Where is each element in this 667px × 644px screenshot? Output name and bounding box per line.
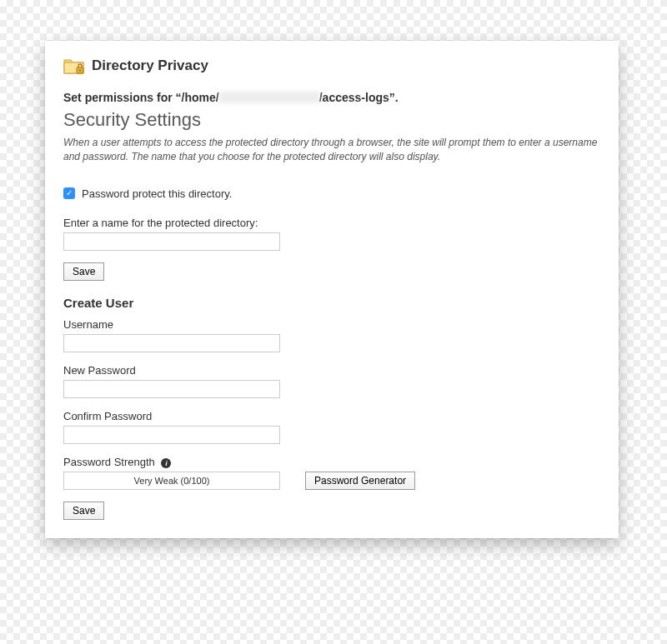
confirm-password-label: Confirm Password — [63, 410, 600, 422]
username-field: Username — [63, 318, 600, 352]
password-strength-block: Password Strength i Very Weak (0/100) Pa… — [63, 456, 600, 490]
new-password-field: New Password — [63, 364, 600, 398]
svg-point-1 — [79, 69, 81, 71]
panel-header: Directory Privacy — [63, 56, 600, 76]
new-password-input[interactable] — [63, 380, 280, 398]
new-password-label: New Password — [63, 364, 600, 377]
info-icon[interactable]: i — [161, 458, 171, 468]
save-button[interactable]: Save — [63, 262, 104, 281]
password-protect-row: ✓ Password protect this directory. — [63, 187, 600, 200]
security-settings-hint: When a user attempts to access the prote… — [63, 136, 600, 164]
create-user-save-button[interactable]: Save — [63, 502, 104, 520]
password-strength-text: Very Weak (0/100) — [134, 476, 210, 486]
redacted-segment — [219, 92, 319, 103]
password-protect-checkbox[interactable]: ✓ — [63, 187, 75, 199]
username-label: Username — [63, 318, 600, 331]
password-strength-meter: Very Weak (0/100) — [63, 472, 280, 490]
confirm-password-input[interactable] — [63, 426, 280, 444]
password-generator-button[interactable]: Password Generator — [305, 472, 415, 490]
confirm-password-field: Confirm Password — [63, 410, 600, 444]
permissions-prefix: Set permissions for “/home/ — [63, 91, 219, 104]
directory-name-input[interactable] — [63, 232, 280, 251]
folder-lock-icon — [63, 56, 85, 76]
password-protect-label: Password protect this directory. — [82, 187, 232, 200]
create-user-heading: Create User — [63, 296, 600, 310]
directory-name-label: Enter a name for the protected directory… — [63, 217, 600, 229]
directory-privacy-panel: Directory Privacy Set permissions for “/… — [45, 41, 619, 538]
directory-name-field: Enter a name for the protected directory… — [63, 217, 600, 251]
username-input[interactable] — [63, 334, 280, 352]
permissions-path: Set permissions for “/home//access-logs”… — [63, 91, 600, 104]
panel-title: Directory Privacy — [92, 57, 208, 74]
permissions-suffix: /access-logs”. — [319, 91, 399, 104]
security-settings-heading: Security Settings — [63, 109, 600, 131]
password-strength-label: Password Strength — [63, 456, 155, 468]
